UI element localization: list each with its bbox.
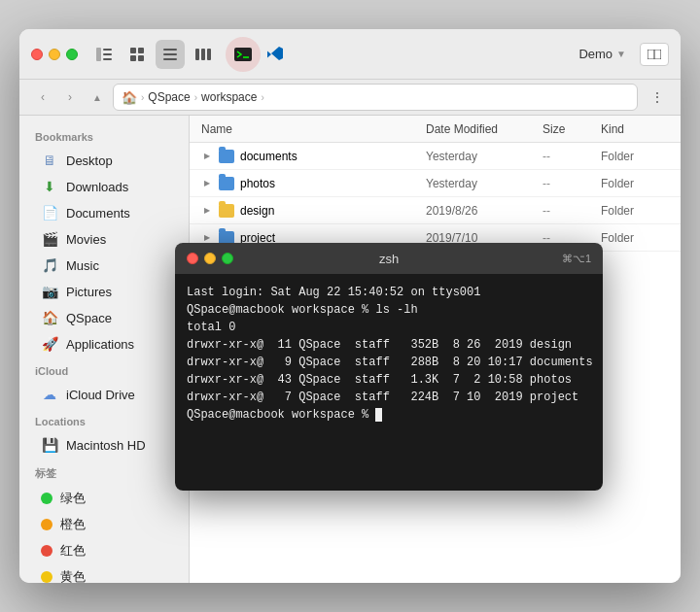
sidebar-item-movies[interactable]: 🎬 Movies bbox=[25, 226, 183, 252]
sidebar-label-icloud: iCloud Drive bbox=[66, 388, 135, 402]
svg-rect-5 bbox=[138, 48, 144, 53]
sidebar-label-macintosh: Macintosh HD bbox=[66, 438, 146, 453]
file-kind: Folder bbox=[601, 177, 669, 190]
sidebar-item-desktop[interactable]: 🖥 Desktop bbox=[25, 148, 183, 173]
sidebar-item-pictures[interactable]: 📷 Pictures bbox=[25, 279, 183, 304]
icloud-header: iCloud bbox=[19, 357, 189, 381]
terminal-line: Last login: Sat Aug 22 15:40:52 on ttys0… bbox=[187, 284, 591, 301]
sidebar-item-icloud[interactable]: ☁ iCloud Drive bbox=[25, 382, 183, 407]
breadcrumb-home-icon: 🏠 bbox=[122, 90, 137, 105]
svg-rect-12 bbox=[201, 49, 205, 60]
back-button[interactable]: ‹ bbox=[31, 85, 54, 109]
terminal-line: drwxr-xr-x@ 43 QSpace staff 1.3K 7 2 10:… bbox=[187, 371, 591, 389]
sidebar-label-downloads: Downloads bbox=[66, 180, 128, 194]
sidebar-label-documents: Documents bbox=[66, 206, 130, 221]
table-row[interactable]: ▶ documents Yesterday -- Folder bbox=[190, 143, 681, 170]
svg-rect-9 bbox=[163, 53, 177, 55]
file-kind: Folder bbox=[601, 204, 669, 218]
more-options-button[interactable]: ⋮ bbox=[646, 85, 669, 109]
sidebar-label-red: 红色 bbox=[60, 542, 86, 560]
qspace-icon: 🏠 bbox=[41, 309, 58, 326]
sidebar-item-qspace[interactable]: 🏠 QSpace bbox=[25, 305, 183, 330]
vscode-button[interactable] bbox=[261, 40, 290, 69]
forward-button[interactable]: › bbox=[58, 85, 82, 109]
table-row[interactable]: ▶ design 2019/8/26 -- Folder bbox=[190, 197, 681, 224]
sidebar-label-green: 绿色 bbox=[60, 490, 86, 507]
breadcrumb-sep1: › bbox=[141, 92, 144, 103]
window-layout-button[interactable] bbox=[640, 43, 669, 66]
sidebar-label-orange: 橙色 bbox=[60, 516, 86, 533]
column-view-button[interactable] bbox=[189, 40, 218, 69]
downloads-icon: ⬇ bbox=[41, 178, 58, 195]
tag-green-dot bbox=[41, 493, 52, 504]
maximize-button[interactable] bbox=[66, 49, 78, 60]
svg-rect-4 bbox=[130, 48, 136, 53]
breadcrumb-qspace[interactable]: QSpace bbox=[148, 90, 190, 104]
sidebar-label-movies: Movies bbox=[66, 232, 106, 247]
tag-red-dot bbox=[41, 545, 52, 557]
sidebar-item-applications[interactable]: 🚀 Applications bbox=[25, 331, 183, 357]
sidebar-toggle-button[interactable] bbox=[89, 40, 119, 69]
pictures-icon: 📷 bbox=[41, 283, 58, 300]
minimize-button[interactable] bbox=[49, 49, 60, 60]
demo-button[interactable]: Demo ▼ bbox=[573, 45, 632, 63]
sidebar-item-tag-red[interactable]: 红色 bbox=[25, 538, 183, 563]
music-icon: 🎵 bbox=[41, 256, 58, 274]
expand-icon[interactable]: ▶ bbox=[201, 178, 213, 189]
terminal-button[interactable] bbox=[226, 37, 261, 72]
terminal-shortcut: ⌘⌥1 bbox=[562, 253, 591, 265]
expand-icon[interactable]: ▶ bbox=[201, 151, 213, 162]
svg-rect-2 bbox=[103, 53, 112, 55]
sidebar-item-macintosh[interactable]: 💾 Macintosh HD bbox=[25, 432, 183, 458]
terminal-maximize[interactable] bbox=[222, 253, 233, 264]
terminal-traffic-lights bbox=[187, 253, 233, 264]
col-size-header[interactable]: Size bbox=[542, 122, 601, 136]
file-name-cell: ▶ documents bbox=[201, 150, 426, 163]
terminal-body[interactable]: Last login: Sat Aug 22 15:40:52 on ttys0… bbox=[175, 274, 603, 491]
sidebar-item-downloads[interactable]: ⬇ Downloads bbox=[25, 174, 183, 199]
col-kind-header[interactable]: Kind bbox=[601, 122, 669, 136]
terminal-minimize[interactable] bbox=[204, 253, 216, 264]
terminal-line: drwxr-xr-x@ 11 QSpace staff 352B 8 26 20… bbox=[187, 336, 591, 354]
desktop-icon: 🖥 bbox=[41, 152, 58, 169]
terminal-prompt-line: QSpace@macbook workspace % bbox=[187, 406, 591, 424]
parent-button[interactable]: ▲ bbox=[86, 85, 109, 109]
svg-rect-14 bbox=[234, 48, 252, 61]
svg-rect-3 bbox=[103, 58, 112, 60]
col-name-header[interactable]: Name bbox=[201, 122, 426, 136]
sidebar: Bookmarks 🖥 Desktop ⬇ Downloads 📄 Docume… bbox=[19, 116, 190, 583]
col-date-header[interactable]: Date Modified bbox=[426, 122, 542, 136]
macintosh-icon: 💾 bbox=[41, 436, 58, 454]
svg-rect-6 bbox=[130, 55, 136, 61]
terminal-cursor bbox=[375, 408, 382, 422]
table-row[interactable]: ▶ photos Yesterday -- Folder bbox=[190, 170, 681, 197]
svg-rect-10 bbox=[163, 58, 177, 60]
file-date: Yesterday bbox=[426, 177, 542, 190]
sidebar-label-yellow: 黄色 bbox=[60, 568, 86, 583]
sidebar-item-documents[interactable]: 📄 Documents bbox=[25, 200, 183, 225]
file-size: -- bbox=[542, 204, 601, 218]
tags-header: 标签 bbox=[19, 459, 189, 485]
file-date: Yesterday bbox=[426, 150, 542, 163]
terminal-window[interactable]: zsh ⌘⌥1 Last login: Sat Aug 22 15:40:52 … bbox=[175, 243, 603, 491]
expand-icon[interactable]: ▶ bbox=[201, 232, 213, 244]
close-button[interactable] bbox=[31, 49, 43, 60]
file-name: photos bbox=[240, 177, 275, 190]
sidebar-item-tag-green[interactable]: 绿色 bbox=[25, 486, 183, 511]
breadcrumb-workspace[interactable]: workspace bbox=[201, 90, 257, 104]
svg-rect-1 bbox=[103, 49, 112, 51]
breadcrumb-sep3: › bbox=[261, 92, 263, 103]
applications-icon: 🚀 bbox=[41, 335, 58, 353]
expand-icon[interactable]: ▶ bbox=[201, 205, 213, 217]
terminal-close[interactable] bbox=[187, 253, 198, 264]
sidebar-item-tag-yellow[interactable]: 黄色 bbox=[25, 564, 183, 583]
folder-icon bbox=[219, 150, 234, 163]
list-view-button[interactable] bbox=[156, 40, 185, 69]
sidebar-item-music[interactable]: 🎵 Music bbox=[25, 253, 183, 278]
traffic-lights bbox=[31, 49, 78, 60]
terminal-line: total 0 bbox=[187, 319, 591, 336]
movies-icon: 🎬 bbox=[41, 230, 58, 248]
file-name: design bbox=[240, 204, 274, 218]
icon-view-button[interactable] bbox=[122, 40, 152, 69]
sidebar-item-tag-orange[interactable]: 橙色 bbox=[25, 512, 183, 537]
